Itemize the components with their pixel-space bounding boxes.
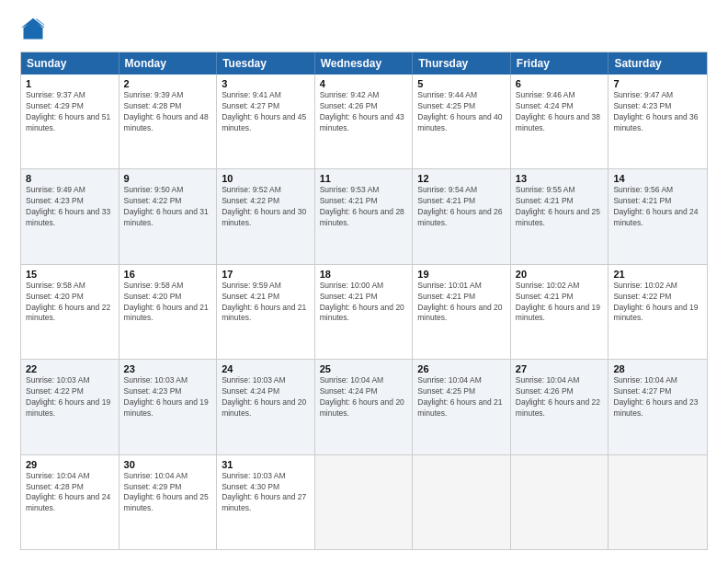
cal-header-monday: Monday (119, 52, 218, 75)
cal-cell: 22 Sunrise: 10:03 AM Sunset: 4:22 PM Day… (21, 360, 119, 454)
cal-cell: 17 Sunrise: 9:59 AM Sunset: 4:21 PM Dayl… (217, 265, 315, 359)
cal-header-saturday: Saturday (609, 52, 707, 75)
cal-cell: 10 Sunrise: 9:52 AM Sunset: 4:22 PM Dayl… (217, 169, 315, 263)
cal-cell: 20 Sunrise: 10:02 AM Sunset: 4:21 PM Day… (511, 265, 609, 359)
day-number: 19 (417, 269, 506, 280)
cal-row-4: 22 Sunrise: 10:03 AM Sunset: 4:22 PM Day… (21, 359, 707, 454)
cal-header-friday: Friday (511, 52, 609, 75)
day-number: 16 (124, 269, 212, 280)
cell-info: Sunrise: 9:41 AM Sunset: 4:27 PM Dayligh… (222, 90, 310, 134)
cell-info: Sunrise: 10:04 AM Sunset: 4:29 PM Daylig… (124, 471, 212, 515)
logo-icon (20, 17, 46, 42)
day-number: 1 (26, 78, 114, 89)
cell-info: Sunrise: 10:04 AM Sunset: 4:24 PM Daylig… (320, 375, 408, 419)
cell-info: Sunrise: 10:04 AM Sunset: 4:27 PM Daylig… (613, 375, 702, 419)
cell-info: Sunrise: 9:46 AM Sunset: 4:24 PM Dayligh… (516, 90, 604, 134)
cell-info: Sunrise: 10:00 AM Sunset: 4:21 PM Daylig… (320, 281, 408, 325)
day-number: 17 (222, 269, 310, 280)
cal-cell: 21 Sunrise: 10:02 AM Sunset: 4:22 PM Day… (609, 265, 707, 359)
svg-marker-0 (24, 20, 43, 40)
cal-cell: 25 Sunrise: 10:04 AM Sunset: 4:24 PM Day… (315, 360, 414, 454)
cal-cell: 29 Sunrise: 10:04 AM Sunset: 4:28 PM Day… (21, 455, 119, 549)
cal-row-1: 1 Sunrise: 9:37 AM Sunset: 4:29 PM Dayli… (21, 75, 707, 168)
cal-cell: 16 Sunrise: 9:58 AM Sunset: 4:20 PM Dayl… (119, 265, 218, 359)
day-number: 26 (417, 363, 506, 374)
cell-info: Sunrise: 10:04 AM Sunset: 4:26 PM Daylig… (516, 375, 604, 419)
day-number: 18 (320, 269, 408, 280)
cell-info: Sunrise: 9:55 AM Sunset: 4:21 PM Dayligh… (516, 185, 604, 229)
calendar-header: SundayMondayTuesdayWednesdayThursdayFrid… (21, 52, 707, 75)
cal-cell: 19 Sunrise: 10:01 AM Sunset: 4:21 PM Day… (413, 265, 511, 359)
cal-cell (609, 455, 707, 549)
cal-cell (315, 455, 414, 549)
cell-info: Sunrise: 9:56 AM Sunset: 4:21 PM Dayligh… (613, 185, 702, 229)
cal-header-tuesday: Tuesday (217, 52, 315, 75)
day-number: 22 (26, 363, 114, 374)
cell-info: Sunrise: 9:49 AM Sunset: 4:23 PM Dayligh… (26, 185, 114, 229)
cell-info: Sunrise: 9:37 AM Sunset: 4:29 PM Dayligh… (26, 90, 114, 134)
day-number: 31 (222, 459, 310, 470)
cal-header-wednesday: Wednesday (315, 52, 414, 75)
calendar-body: 1 Sunrise: 9:37 AM Sunset: 4:29 PM Dayli… (21, 75, 707, 549)
cal-cell: 5 Sunrise: 9:44 AM Sunset: 4:25 PM Dayli… (413, 75, 511, 168)
cell-info: Sunrise: 9:50 AM Sunset: 4:22 PM Dayligh… (124, 185, 212, 229)
cal-cell (413, 455, 511, 549)
cell-info: Sunrise: 9:58 AM Sunset: 4:20 PM Dayligh… (26, 281, 114, 325)
cal-cell: 6 Sunrise: 9:46 AM Sunset: 4:24 PM Dayli… (511, 75, 609, 168)
day-number: 9 (124, 173, 212, 184)
day-number: 24 (222, 363, 310, 374)
cal-cell: 15 Sunrise: 9:58 AM Sunset: 4:20 PM Dayl… (21, 265, 119, 359)
day-number: 29 (26, 459, 114, 470)
cell-info: Sunrise: 10:02 AM Sunset: 4:21 PM Daylig… (516, 281, 604, 325)
page: SundayMondayTuesdayWednesdayThursdayFrid… (0, 0, 728, 563)
cell-info: Sunrise: 9:44 AM Sunset: 4:25 PM Dayligh… (417, 90, 506, 134)
day-number: 30 (124, 459, 212, 470)
day-number: 15 (26, 269, 114, 280)
cell-info: Sunrise: 10:04 AM Sunset: 4:28 PM Daylig… (26, 471, 114, 515)
day-number: 11 (320, 173, 408, 184)
cal-cell: 26 Sunrise: 10:04 AM Sunset: 4:25 PM Day… (413, 360, 511, 454)
day-number: 13 (516, 173, 604, 184)
cell-info: Sunrise: 9:52 AM Sunset: 4:22 PM Dayligh… (222, 185, 310, 229)
day-number: 7 (613, 78, 702, 89)
day-number: 21 (613, 269, 702, 280)
cal-row-2: 8 Sunrise: 9:49 AM Sunset: 4:23 PM Dayli… (21, 168, 707, 263)
cell-info: Sunrise: 9:54 AM Sunset: 4:21 PM Dayligh… (417, 185, 506, 229)
cal-row-5: 29 Sunrise: 10:04 AM Sunset: 4:28 PM Day… (21, 454, 707, 549)
cell-info: Sunrise: 10:03 AM Sunset: 4:22 PM Daylig… (26, 375, 114, 419)
logo (20, 17, 50, 42)
cal-cell: 23 Sunrise: 10:03 AM Sunset: 4:23 PM Day… (119, 360, 218, 454)
day-number: 12 (417, 173, 506, 184)
cal-cell: 1 Sunrise: 9:37 AM Sunset: 4:29 PM Dayli… (21, 75, 119, 168)
cal-cell: 28 Sunrise: 10:04 AM Sunset: 4:27 PM Day… (609, 360, 707, 454)
cal-header-sunday: Sunday (21, 52, 119, 75)
calendar: SundayMondayTuesdayWednesdayThursdayFrid… (20, 52, 708, 550)
cell-info: Sunrise: 9:47 AM Sunset: 4:23 PM Dayligh… (613, 90, 702, 134)
day-number: 14 (613, 173, 702, 184)
day-number: 23 (124, 363, 212, 374)
cal-cell (511, 455, 609, 549)
cell-info: Sunrise: 10:03 AM Sunset: 4:23 PM Daylig… (124, 375, 212, 419)
cal-cell: 30 Sunrise: 10:04 AM Sunset: 4:29 PM Day… (119, 455, 218, 549)
day-number: 4 (320, 78, 408, 89)
cell-info: Sunrise: 9:42 AM Sunset: 4:26 PM Dayligh… (320, 90, 408, 134)
cell-info: Sunrise: 10:01 AM Sunset: 4:21 PM Daylig… (417, 281, 506, 325)
cal-cell: 2 Sunrise: 9:39 AM Sunset: 4:28 PM Dayli… (119, 75, 218, 168)
day-number: 28 (613, 363, 702, 374)
cal-cell: 27 Sunrise: 10:04 AM Sunset: 4:26 PM Day… (511, 360, 609, 454)
cal-cell: 11 Sunrise: 9:53 AM Sunset: 4:21 PM Dayl… (315, 169, 414, 263)
cell-info: Sunrise: 9:58 AM Sunset: 4:20 PM Dayligh… (124, 281, 212, 325)
cell-info: Sunrise: 10:04 AM Sunset: 4:25 PM Daylig… (417, 375, 506, 419)
cal-cell: 12 Sunrise: 9:54 AM Sunset: 4:21 PM Dayl… (413, 169, 511, 263)
cell-info: Sunrise: 9:59 AM Sunset: 4:21 PM Dayligh… (222, 281, 310, 325)
day-number: 20 (516, 269, 604, 280)
cal-cell: 31 Sunrise: 10:03 AM Sunset: 4:30 PM Day… (217, 455, 315, 549)
cal-cell: 7 Sunrise: 9:47 AM Sunset: 4:23 PM Dayli… (609, 75, 707, 168)
day-number: 27 (516, 363, 604, 374)
day-number: 5 (417, 78, 506, 89)
header (20, 17, 708, 42)
cal-cell: 4 Sunrise: 9:42 AM Sunset: 4:26 PM Dayli… (315, 75, 414, 168)
cal-cell: 18 Sunrise: 10:00 AM Sunset: 4:21 PM Day… (315, 265, 414, 359)
cal-cell: 13 Sunrise: 9:55 AM Sunset: 4:21 PM Dayl… (511, 169, 609, 263)
cal-cell: 14 Sunrise: 9:56 AM Sunset: 4:21 PM Dayl… (609, 169, 707, 263)
